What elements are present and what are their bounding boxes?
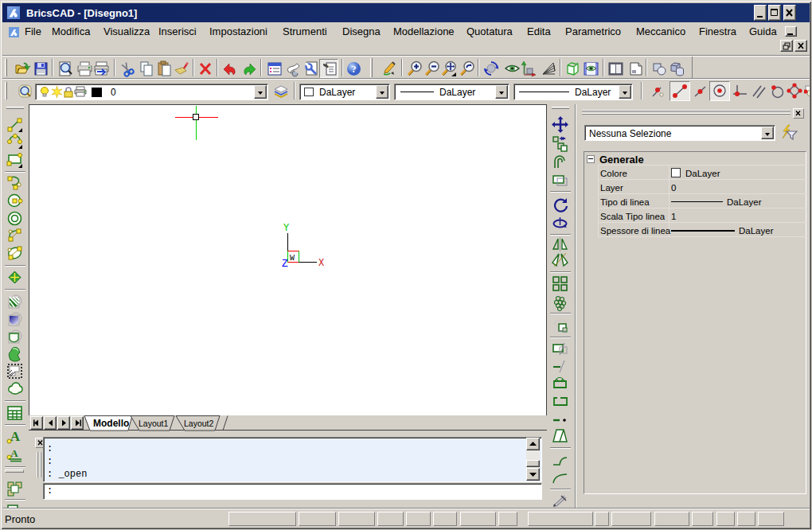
svg-text:Y: Y xyxy=(283,223,289,234)
svg-text:X: X xyxy=(318,258,324,269)
svg-text:A: A xyxy=(10,429,21,444)
svg-text:Modello: Modello xyxy=(93,418,129,429)
svg-text:A: A xyxy=(10,447,18,459)
svg-text:?: ? xyxy=(352,64,357,75)
svg-text:W: W xyxy=(290,254,295,263)
svg-text:Layout1: Layout1 xyxy=(139,419,169,428)
svg-text:Z: Z xyxy=(282,258,288,269)
svg-text:Layout2: Layout2 xyxy=(184,419,214,428)
